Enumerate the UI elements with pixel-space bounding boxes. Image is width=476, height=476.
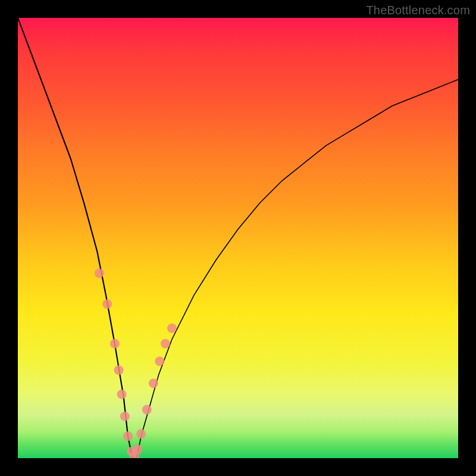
chart-frame: TheBottleneck.com: [0, 0, 476, 476]
marker-dot: [161, 339, 170, 349]
bottleneck-curve-right: [137, 80, 458, 458]
marker-dot: [117, 390, 127, 399]
marker-dot: [149, 378, 158, 388]
marker-dot: [142, 405, 152, 415]
marker-dot: [114, 365, 124, 375]
marker-dot: [110, 339, 120, 349]
marker-dot: [133, 444, 142, 454]
watermark-text: TheBottleneck.com: [366, 4, 470, 17]
marker-dot: [155, 356, 164, 366]
marker-dot: [123, 431, 133, 441]
marker-dot: [102, 299, 112, 309]
marker-dot: [136, 429, 146, 439]
marker-dot: [167, 324, 177, 333]
marker-dot: [95, 268, 104, 278]
plot-area: [18, 18, 458, 458]
curve-layer: [18, 18, 458, 458]
marker-dot: [120, 412, 130, 421]
